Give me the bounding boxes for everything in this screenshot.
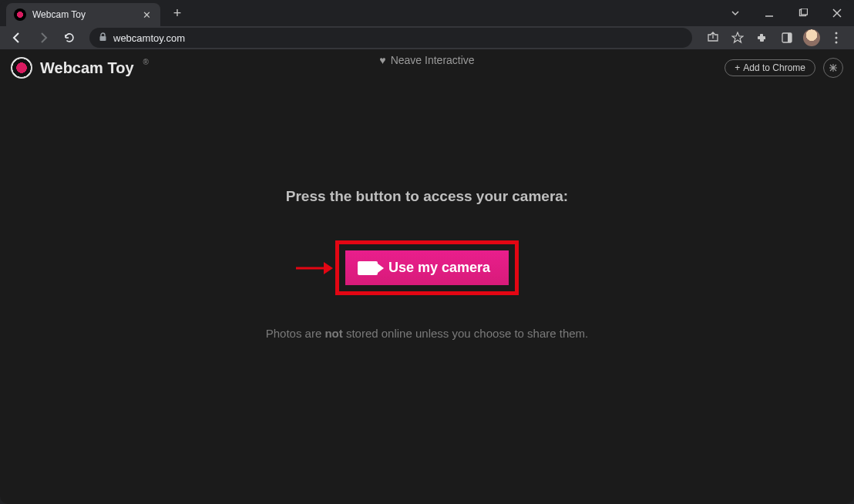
main-content: Press the button to access your camera: …: [0, 188, 854, 295]
address-bar[interactable]: webcamtoy.com: [89, 28, 692, 48]
svg-rect-2: [802, 8, 808, 15]
cta-label: Use my camera: [388, 260, 490, 276]
brand-logo-icon: [11, 57, 32, 79]
menu-circle-icon[interactable]: [823, 58, 843, 78]
toolbar-actions: [701, 27, 848, 49]
arrow-annotation-icon: [294, 259, 333, 277]
app-header: Webcam Toy ® ♥ Neave Interactive + Add t…: [0, 49, 854, 86]
svg-point-10: [836, 42, 838, 44]
browser-toolbar: webcamtoy.com: [0, 26, 854, 49]
footnote-prefix: Photos are: [266, 327, 325, 340]
forward-button[interactable]: [32, 27, 54, 49]
tab-favicon-icon: [14, 8, 26, 21]
share-icon[interactable]: [701, 27, 725, 49]
browser-tab-strip: Webcam Toy ✕ +: [0, 0, 854, 26]
footnote-bold: not: [324, 327, 342, 340]
add-to-chrome-button[interactable]: + Add to Chrome: [725, 59, 815, 76]
brand[interactable]: Webcam Toy ®: [11, 57, 149, 79]
page-viewport: Webcam Toy ® ♥ Neave Interactive + Add t…: [0, 49, 854, 504]
back-button[interactable]: [6, 27, 28, 49]
camera-icon: [358, 261, 378, 275]
plus-icon: +: [735, 62, 740, 73]
reload-button[interactable]: [59, 27, 80, 49]
footnote-suffix: stored online unless you choose to share…: [343, 327, 589, 340]
header-actions: + Add to Chrome: [725, 58, 843, 78]
tab-title: Webcam Toy: [32, 9, 140, 20]
footnote: Photos are not stored online unless you …: [0, 327, 854, 340]
prompt-text: Press the button to access your camera:: [0, 188, 854, 205]
brand-name: Webcam Toy: [40, 59, 134, 77]
cta-highlight-box: Use my camera: [335, 240, 519, 295]
svg-point-8: [836, 32, 838, 35]
url-text: webcamtoy.com: [113, 32, 683, 44]
maximize-window-icon[interactable]: [786, 0, 820, 26]
window-controls: [718, 0, 854, 26]
bookmark-star-icon[interactable]: [726, 27, 749, 49]
extensions-icon[interactable]: [751, 27, 774, 49]
svg-rect-7: [788, 33, 792, 42]
svg-rect-5: [100, 36, 106, 41]
use-my-camera-button[interactable]: Use my camera: [345, 250, 509, 285]
add-to-chrome-label: Add to Chrome: [743, 62, 805, 73]
new-tab-button[interactable]: +: [166, 2, 188, 24]
side-panel-icon[interactable]: [775, 27, 799, 49]
header-tagline[interactable]: ♥ Neave Interactive: [379, 54, 474, 66]
close-window-icon[interactable]: [820, 0, 854, 26]
brand-trademark: ®: [143, 58, 149, 66]
browser-tab[interactable]: Webcam Toy ✕: [6, 3, 160, 26]
heart-icon: ♥: [379, 54, 385, 66]
tagline-text: Neave Interactive: [391, 54, 475, 66]
minimize-window-icon[interactable]: [752, 0, 786, 26]
menu-dots-icon[interactable]: [825, 27, 848, 49]
close-tab-icon[interactable]: ✕: [140, 10, 153, 20]
svg-point-9: [836, 37, 838, 39]
lock-icon: [99, 32, 107, 43]
tab-search-icon[interactable]: [718, 0, 752, 26]
profile-avatar[interactable]: [803, 29, 820, 46]
